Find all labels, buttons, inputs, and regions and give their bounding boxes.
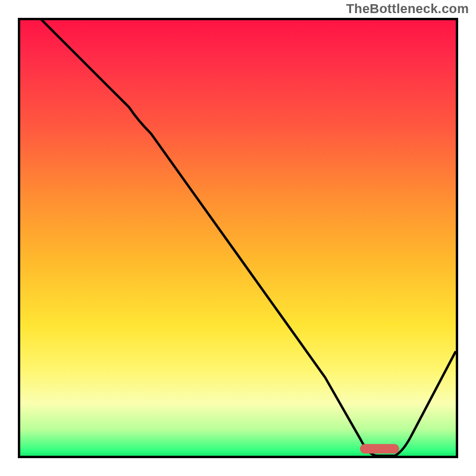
attribution-label: TheBottleneck.com	[346, 1, 469, 17]
optimal-range-marker	[360, 444, 399, 453]
chart-container: TheBottleneck.com	[0, 0, 476, 476]
plot-area	[18, 18, 458, 458]
bottleneck-curve	[20, 20, 456, 456]
curve-layer	[20, 20, 456, 456]
